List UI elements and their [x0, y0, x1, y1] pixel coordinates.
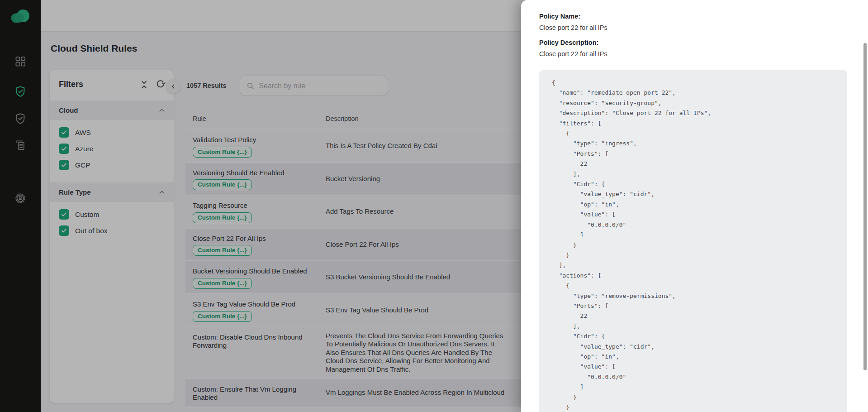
code-line: ], [552, 321, 835, 331]
drawer-scrollbar[interactable] [863, 43, 867, 370]
code-line: { [552, 78, 835, 88]
code-line: "Cidr": { [552, 179, 835, 189]
policy-description-label: Policy Description: [539, 39, 847, 46]
code-line: "name": "remediate-open-port-22", [552, 88, 835, 98]
code-line: { [552, 129, 835, 139]
code-line: ] [552, 230, 835, 240]
code-line: "filters": [ [552, 119, 835, 129]
code-line: "value_type": "cidr", [552, 342, 835, 352]
code-line: "value_type": "cidr", [552, 189, 835, 199]
code-line: "Cidr": { [552, 331, 835, 341]
code-line: "Ports": [ [552, 301, 835, 311]
code-line: "resource": "security-group", [552, 98, 835, 108]
code-line: ], [552, 169, 835, 179]
code-line: "op": "in", [552, 352, 835, 362]
code-line: "value": [ [552, 362, 835, 372]
policy-name-label: Policy Name: [539, 13, 847, 20]
code-line: } [552, 250, 835, 260]
code-line: } [552, 402, 835, 412]
code-line: ] [552, 382, 835, 392]
code-line: "0.0.0.0/0" [552, 220, 835, 230]
policy-description-value: Close port 22 for all IPs [539, 50, 847, 57]
code-line: "type": "remove-permissions", [552, 291, 835, 301]
code-line: "actions": [ [552, 271, 835, 281]
code-line: "value": [ [552, 210, 835, 220]
code-line: { [552, 281, 835, 291]
policy-details-drawer: Policy Name: Close port 22 for all IPs P… [521, 0, 868, 412]
code-line: "type": "ingress", [552, 139, 835, 149]
code-line: 22 [552, 311, 835, 321]
code-line: } [552, 393, 835, 402]
code-line: ], [552, 260, 835, 270]
code-line: "0.0.0.0/0" [552, 372, 835, 382]
code-line: } [552, 240, 835, 250]
policy-name-value: Close port 22 for all IPs [539, 24, 847, 31]
code-line: "description": "Close port 22 for all IP… [552, 108, 835, 118]
code-line: "Ports": [ [552, 149, 835, 159]
code-line: 22 [552, 159, 835, 169]
policy-json-code: { "name": "remediate-open-port-22", "res… [539, 70, 847, 412]
code-line: "op": "in", [552, 200, 835, 210]
